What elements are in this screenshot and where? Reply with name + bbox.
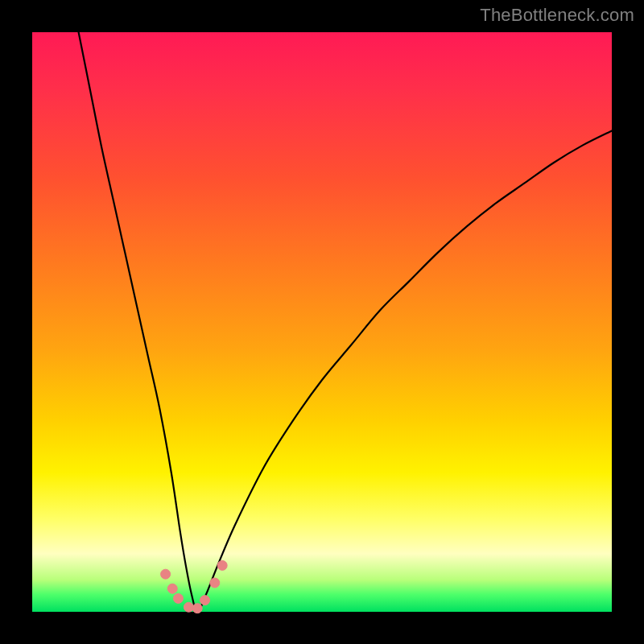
marker-dot	[184, 602, 193, 612]
marker-dot	[192, 604, 202, 613]
marker-dot	[200, 596, 210, 605]
marker-dot	[167, 584, 177, 593]
plot-area	[32, 32, 612, 612]
marker-dot	[161, 569, 171, 579]
marker-dot	[217, 560, 227, 570]
watermark-text: TheBottleneck.com	[480, 5, 634, 26]
marker-dot	[210, 578, 220, 588]
bottleneck-curve	[79, 32, 612, 612]
chart-frame: TheBottleneck.com	[0, 0, 644, 644]
curve-svg	[32, 32, 612, 612]
marker-dot	[173, 593, 183, 603]
